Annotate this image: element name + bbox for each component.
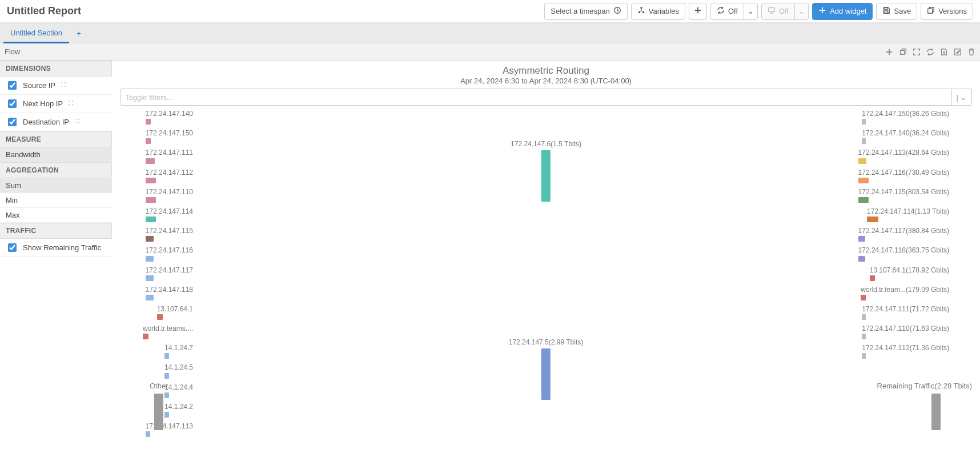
widget-header: Flow <box>0 43 980 61</box>
source-node[interactable]: world.tr.teams.... <box>143 325 193 339</box>
widget-export-icon[interactable] <box>940 48 948 56</box>
grip-icon[interactable] <box>74 118 81 126</box>
add-section-button[interactable]: + <box>69 29 89 38</box>
measure-label: Bandwidth <box>6 150 41 159</box>
measure-item[interactable]: Bandwidth <box>0 147 112 162</box>
aggregation-item[interactable]: Sum <box>0 178 112 193</box>
dest-node[interactable]: 172.24.147.111(71.72 Gbits) <box>862 306 949 320</box>
versions-button[interactable]: Versions <box>921 3 973 20</box>
variables-button[interactable]: Variables <box>631 3 685 20</box>
dimension-checkbox[interactable] <box>8 118 17 126</box>
versions-label: Versions <box>938 7 967 15</box>
hop-node[interactable]: 172.24.147.6(1.5 Tbits) <box>511 141 581 202</box>
dest-node[interactable]: 172.24.147.114(1.13 Tbits) <box>867 208 949 222</box>
remaining-traffic-block <box>931 394 941 430</box>
source-node[interactable]: 14.1.24.2 <box>164 403 193 418</box>
dest-block <box>862 353 866 359</box>
refresh-caret[interactable]: ⌄ <box>744 3 758 20</box>
save-button[interactable]: Save <box>876 3 917 20</box>
other-source-block <box>154 394 163 430</box>
source-node[interactable]: 172.24.147.113 <box>146 423 193 437</box>
add-button[interactable] <box>689 3 707 20</box>
traffic-item[interactable]: Show Remaining Traffic <box>0 239 112 257</box>
dest-node[interactable]: 172.24.147.150(36.26 Gbits) <box>862 110 949 125</box>
widget-refresh-icon[interactable] <box>926 48 934 56</box>
source-node[interactable]: 172.24.147.112 <box>146 169 193 183</box>
grip-icon[interactable] <box>60 81 67 90</box>
svg-point-21 <box>78 122 79 123</box>
dest-node[interactable]: 172.24.147.113(428.64 Gbits) <box>858 149 949 163</box>
source-node[interactable]: 172.24.147.150 <box>146 130 193 144</box>
widget-delete-icon[interactable] <box>967 48 975 56</box>
tab-section[interactable]: Untitled Section <box>3 24 69 43</box>
source-node[interactable]: 172.24.147.117 <box>146 267 193 281</box>
dest-node[interactable]: 172.24.147.116(730.49 Gbits) <box>858 169 949 183</box>
source-node[interactable]: 13.107.64.1 <box>157 306 193 320</box>
refresh-split: Off ⌄ <box>710 3 758 20</box>
dimension-checkbox[interactable] <box>8 81 17 90</box>
hop-block <box>541 348 551 400</box>
dest-label: 13.107.64.1(178.92 Gbits) <box>870 266 949 274</box>
dimension-checkbox[interactable] <box>8 99 17 108</box>
dest-node[interactable]: 172.24.147.117(380.84 Gbits) <box>858 227 949 242</box>
add-widget-button[interactable]: Add widget <box>812 3 873 20</box>
hop-node[interactable]: 172.24.147.5(2.99 Tbits) <box>509 339 584 400</box>
dest-node[interactable]: 172.24.147.112(71.36 Gbits) <box>862 344 949 359</box>
svg-rect-6 <box>885 11 888 13</box>
source-node[interactable]: 172.24.147.110 <box>146 189 193 203</box>
aggregation-item[interactable]: Min <box>0 193 112 208</box>
source-node[interactable]: 14.1.24.7 <box>164 344 193 359</box>
top-toolbar: Untitled Report Select a timespan Variab… <box>0 0 980 24</box>
source-label: 14.1.24.2 <box>164 403 193 411</box>
present-caret[interactable]: ⌄ <box>795 3 809 20</box>
save-label: Save <box>894 7 911 15</box>
aggregation-item[interactable]: Max <box>0 208 112 223</box>
source-node[interactable]: 172.24.147.114 <box>146 208 193 222</box>
chevron-down-icon: ⌄ <box>748 7 754 15</box>
dest-node[interactable]: 172.24.147.118(363.75 Gbits) <box>858 247 949 261</box>
source-label: 172.24.147.112 <box>146 169 193 177</box>
source-node[interactable]: 172.24.147.115 <box>146 227 193 242</box>
dest-block <box>858 197 869 203</box>
widget-copy-icon[interactable] <box>899 48 907 56</box>
source-node[interactable]: 14.1.24.5 <box>164 364 193 378</box>
chart-title: Asymmetric Routing <box>120 65 972 77</box>
widget-add-icon[interactable] <box>885 48 893 56</box>
hop-label: 172.24.147.6(1.5 Tbits) <box>511 140 581 148</box>
dimension-item[interactable]: Source IP <box>0 77 112 95</box>
dest-block <box>862 138 866 144</box>
filter-bar[interactable]: Toggle filters... |⌄ <box>120 89 972 106</box>
dimension-item[interactable]: Destination IP <box>0 113 112 131</box>
dimension-item[interactable]: Next Hop IP <box>0 95 112 113</box>
source-node[interactable]: 172.24.147.140 <box>146 110 193 125</box>
filter-placeholder: Toggle filters... <box>125 93 173 102</box>
widget-name: Flow <box>5 47 885 56</box>
dest-node[interactable]: 172.24.147.110(71.63 Gbits) <box>862 325 949 339</box>
timespan-button[interactable]: Select a timespan <box>544 3 627 20</box>
dest-node[interactable]: 13.107.64.1(178.92 Gbits) <box>870 267 949 281</box>
widget-edit-icon[interactable] <box>954 48 962 56</box>
source-node[interactable]: 172.24.147.118 <box>146 286 193 300</box>
source-label: world.tr.teams.... <box>143 324 193 332</box>
source-block <box>164 353 169 359</box>
grip-icon[interactable] <box>67 99 74 108</box>
traffic-header: TRAFFIC <box>0 223 112 239</box>
dest-block <box>862 119 866 125</box>
source-label: 172.24.147.114 <box>146 207 193 215</box>
source-node[interactable]: 172.24.147.116 <box>146 247 193 261</box>
dest-node[interactable]: world.tr.team...(179.09 Gbits) <box>861 286 949 300</box>
traffic-checkbox[interactable] <box>8 243 17 252</box>
refresh-button[interactable]: Off <box>710 3 744 20</box>
filter-dropdown[interactable]: |⌄ <box>951 89 967 105</box>
aggregation-label: Sum <box>6 181 21 190</box>
dest-label: 172.24.147.114(1.13 Tbits) <box>867 207 949 215</box>
source-node[interactable]: 14.1.24.4 <box>164 384 193 398</box>
refresh-icon <box>717 6 725 16</box>
dest-node[interactable]: 172.24.147.115(803.54 Gbits) <box>858 189 949 203</box>
dest-label: 172.24.147.112(71.36 Gbits) <box>862 344 949 352</box>
dest-node[interactable]: 172.24.147.140(36.24 Gbits) <box>862 130 949 144</box>
widget-fullscreen-icon[interactable] <box>913 48 921 56</box>
source-node[interactable]: 172.24.147.111 <box>146 149 193 163</box>
present-button[interactable]: Off <box>761 3 795 20</box>
source-block <box>146 256 154 262</box>
